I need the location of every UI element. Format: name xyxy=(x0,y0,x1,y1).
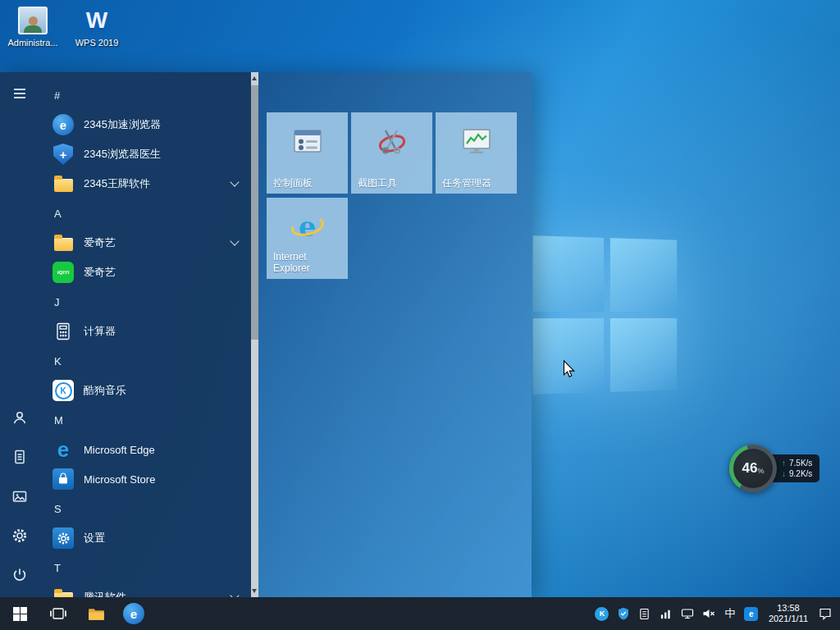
kugou-tray-icon[interactable] xyxy=(591,597,613,630)
desktop-icon-wps-2019[interactable]: WPS 2019 xyxy=(66,7,128,48)
notepad-tray-icon[interactable] xyxy=(634,597,655,630)
security-shield-tray-icon[interactable] xyxy=(613,597,634,630)
start-menu-rail xyxy=(0,72,39,597)
wps-icon xyxy=(82,7,112,34)
power-icon xyxy=(11,567,28,583)
edge-tray-icon[interactable] xyxy=(741,597,762,630)
net-percent-gauge[interactable]: 46 % xyxy=(729,445,777,492)
app-item-tencent[interactable]: 腾讯软件 xyxy=(39,582,251,597)
pictures-icon xyxy=(11,488,28,504)
section-letter[interactable]: S xyxy=(39,494,251,523)
section-letter[interactable]: A xyxy=(39,199,251,228)
app-item-kugou[interactable]: 酷狗音乐 xyxy=(39,376,251,405)
file-explorer-button[interactable] xyxy=(77,597,115,630)
section-letter[interactable]: M xyxy=(39,405,251,435)
tile-internet-explorer[interactable]: e Internet Explorer xyxy=(267,198,348,279)
section-letter[interactable]: T xyxy=(39,553,251,582)
2345-shield-icon xyxy=(52,144,74,165)
section-letter[interactable]: K xyxy=(39,346,251,376)
upload-speed-value: 7.5K/s xyxy=(789,458,812,468)
app-item-label: 酷狗音乐 xyxy=(84,383,126,398)
2345-browser-icon xyxy=(52,114,74,135)
app-item-iqiyi-folder[interactable]: 爱奇艺 xyxy=(39,228,251,258)
download-speed-value: 9.2K/s xyxy=(789,468,812,479)
clock-date: 2021/1/11 xyxy=(769,614,808,624)
app-item-2345-suite[interactable]: 2345王牌软件 xyxy=(39,169,251,199)
scrollbar-down-arrow[interactable] xyxy=(252,589,257,593)
app-item-iqiyi[interactable]: 爱奇艺 xyxy=(39,258,251,287)
volume-muted-icon xyxy=(702,608,715,619)
network-speed-widget[interactable]: 46 % ↑ 7.5K/s ↓ 9.2K/s xyxy=(729,445,819,492)
rail-pictures-button[interactable] xyxy=(6,482,34,510)
file-explorer-icon xyxy=(88,607,105,621)
app-item-settings[interactable]: 设置 xyxy=(39,523,251,553)
windows-logo-pane xyxy=(610,238,677,312)
taskbar-left xyxy=(0,597,153,630)
rail-settings-button[interactable] xyxy=(6,522,34,550)
start-menu: # 2345加速浏览器 2345浏览器医生 2345王牌软件 A 爱奇艺 xyxy=(0,72,532,597)
app-item-microsoft-store[interactable]: Microsoft Store xyxy=(39,464,251,494)
gear-icon xyxy=(11,527,28,544)
chart-tray-icon[interactable] xyxy=(655,597,677,630)
taskbar: 中 13:58 2021/1/11 xyxy=(0,597,840,630)
ime-language-label: 中 xyxy=(724,606,735,621)
scrollbar-thumb[interactable] xyxy=(251,85,258,340)
folder-icon xyxy=(52,587,74,597)
kugou-icon xyxy=(595,607,609,621)
app-item-label: 爱奇艺 xyxy=(84,235,116,250)
app-item-label: 2345王牌软件 xyxy=(84,176,150,191)
rail-power-button[interactable] xyxy=(6,561,34,589)
chevron-down-icon[interactable] xyxy=(230,236,239,245)
volume-tray-icon[interactable] xyxy=(698,597,719,630)
app-item-microsoft-edge[interactable]: Microsoft Edge xyxy=(39,435,251,464)
app-item-2345-browser[interactable]: 2345加速浏览器 xyxy=(39,110,251,139)
ime-indicator[interactable]: 中 xyxy=(719,597,741,630)
taskbar-2345-browser-button[interactable] xyxy=(115,597,153,630)
rail-expand-button[interactable] xyxy=(6,80,34,107)
network-tray-icon[interactable] xyxy=(677,597,698,630)
ethernet-icon xyxy=(681,607,694,620)
section-letter[interactable]: # xyxy=(39,80,251,110)
rail-user-button[interactable] xyxy=(6,404,34,431)
user-folder-icon xyxy=(18,7,48,34)
folder-icon xyxy=(52,173,74,194)
start-button[interactable] xyxy=(0,597,39,630)
chevron-down-icon[interactable] xyxy=(230,177,239,186)
download-speed-row: ↓ 9.2K/s xyxy=(782,468,812,479)
document-icon xyxy=(11,449,28,465)
windows-logo-pane xyxy=(610,318,677,392)
app-item-2345-doctor[interactable]: 2345浏览器医生 xyxy=(39,139,251,169)
windows-logo-wallpaper xyxy=(533,235,678,395)
app-item-label: Microsoft Edge xyxy=(84,444,155,456)
edge-icon xyxy=(52,439,74,460)
windows-logo-icon xyxy=(13,607,27,621)
taskbar-clock[interactable]: 13:58 2021/1/11 xyxy=(762,603,815,624)
kugou-icon xyxy=(52,380,74,401)
system-tray: 中 13:58 2021/1/11 xyxy=(591,597,840,630)
tile-task-manager[interactable]: 任务管理器 xyxy=(436,112,517,194)
blue-app-icon xyxy=(744,607,758,621)
app-item-label: 2345浏览器医生 xyxy=(84,147,161,162)
app-list-scrollbar[interactable] xyxy=(251,72,258,597)
download-arrow-icon: ↓ xyxy=(782,468,786,479)
document-icon xyxy=(639,608,650,620)
desktop-icon-label: WPS 2019 xyxy=(66,38,128,48)
action-center-icon xyxy=(819,607,832,620)
tile-label: 任务管理器 xyxy=(442,177,512,189)
task-view-button[interactable] xyxy=(39,597,77,630)
net-speeds-panel: ↑ 7.5K/s ↓ 9.2K/s xyxy=(769,454,819,482)
desktop-icon-administrator[interactable]: Administra... xyxy=(2,7,64,48)
tile-control-panel[interactable]: 控制面板 xyxy=(267,112,348,194)
rail-documents-button[interactable] xyxy=(6,443,34,471)
start-menu-tiles-area: 控制面板 截图工具 xyxy=(258,72,532,597)
clock-time: 13:58 xyxy=(769,603,808,614)
app-item-label: 腾讯软件 xyxy=(84,590,126,597)
desktop-wallpaper: Administra... WPS 2019 xyxy=(0,0,840,630)
app-item-calculator[interactable]: 计算器 xyxy=(39,317,251,346)
chevron-down-icon[interactable] xyxy=(230,591,239,597)
scrollbar-up-arrow[interactable] xyxy=(252,76,257,80)
section-letter[interactable]: J xyxy=(39,287,251,317)
action-center-button[interactable] xyxy=(815,597,836,630)
tile-snipping-tool[interactable]: 截图工具 xyxy=(351,112,432,194)
folder-icon xyxy=(52,232,74,253)
